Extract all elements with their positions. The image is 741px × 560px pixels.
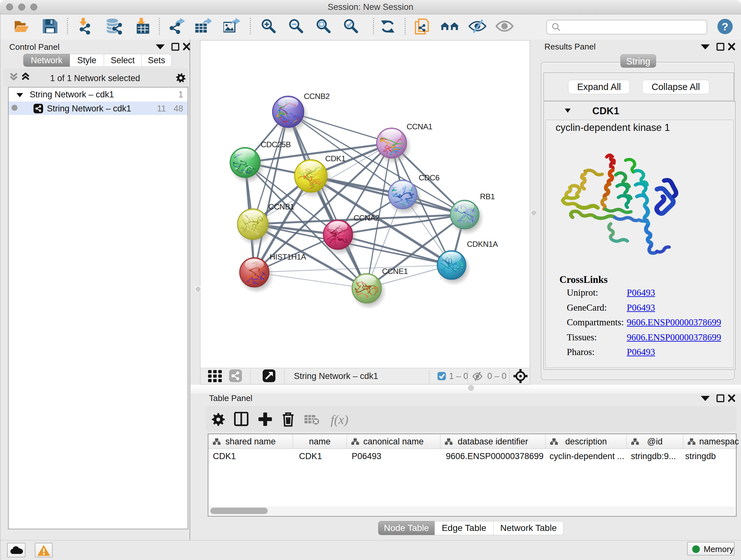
svg-text:CCNE1: CCNE1 xyxy=(382,267,408,275)
svg-text:CCNB2: CCNB2 xyxy=(304,92,330,101)
svg-text:0 – 0: 0 – 0 xyxy=(487,371,507,381)
svg-text:String Network – cdk1: String Network – cdk1 xyxy=(294,371,378,381)
svg-text:CDKN1A: CDKN1A xyxy=(467,240,498,248)
svg-text:RB1: RB1 xyxy=(480,192,495,201)
svg-text:f(x): f(x) xyxy=(331,413,348,427)
svg-text:CCNA2: CCNA2 xyxy=(354,213,380,222)
svg-text:CDC25B: CDC25B xyxy=(261,140,291,149)
svg-text:HIST1H1A: HIST1H1A xyxy=(270,253,307,261)
svg-text:CCNA1: CCNA1 xyxy=(407,122,432,131)
svg-text:CCNB1: CCNB1 xyxy=(268,202,294,211)
svg-text:CDC6: CDC6 xyxy=(419,173,440,182)
svg-text:CDK1: CDK1 xyxy=(325,154,346,163)
svg-text:1 – 0: 1 – 0 xyxy=(449,371,468,381)
